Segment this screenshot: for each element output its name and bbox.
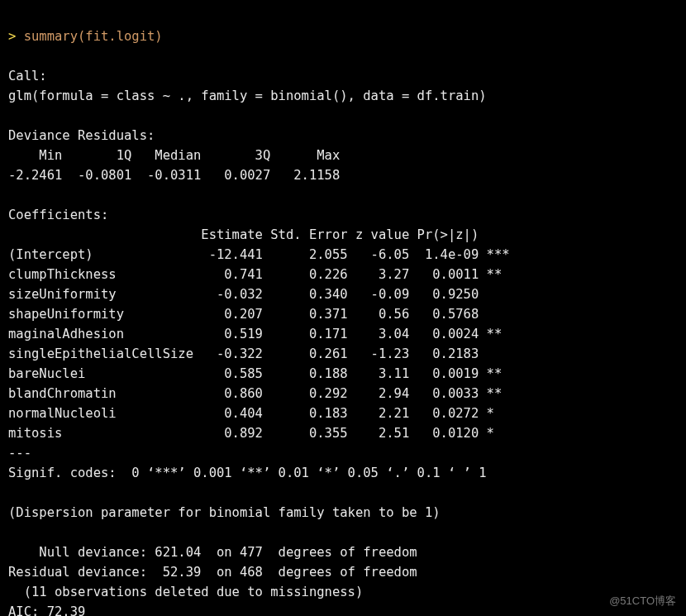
missingness-note: (11 observations deleted due to missingn… (8, 585, 363, 599)
call-formula: glm(formula = class ~ ., family = binomi… (8, 88, 487, 103)
coef-row-clump: clumpThickness 0.741 0.226 3.27 0.0011 *… (8, 267, 510, 282)
null-deviance: Null deviance: 621.04 on 477 degrees of … (8, 545, 417, 560)
coef-row-adhesion: maginalAdhesion 0.519 0.171 3.04 0.0024 … (8, 327, 510, 341)
prompt-symbol: > (8, 29, 16, 44)
call-header: Call: (8, 69, 47, 84)
coef-row-shapeunif: shapeUniformity 0.207 0.371 0.56 0.5768 (8, 307, 510, 322)
coef-row-barenuclei: bareNuclei 0.585 0.188 3.11 0.0019 ** (8, 366, 510, 381)
dev-res-header: Deviance Residuals: (8, 128, 163, 143)
coef-row-intercept: (Intercept) -12.441 2.055 -6.05 1.4e-09 … (8, 247, 510, 262)
dispersion-line: (Dispersion parameter for binomial famil… (8, 505, 441, 520)
coef-header: Coefficients: (8, 208, 108, 222)
dev-res-values: -2.2461 -0.0801 -0.0311 0.0027 2.1158 (8, 168, 355, 183)
coef-row-chromatin: blandChromatin 0.860 0.292 2.94 0.0033 *… (8, 386, 510, 401)
coef-col-headers: Estimate Std. Error z value Pr(>|z|) (8, 227, 510, 242)
command-text: summary(fit.logit) (24, 29, 163, 44)
coef-row-epithelial: singleEpithelialCellSize -0.322 0.261 -1… (8, 346, 510, 361)
coef-row-sizeunif: sizeUniformity -0.032 0.340 -0.09 0.9250 (8, 287, 510, 302)
residual-deviance: Residual deviance: 52.39 on 468 degrees … (8, 565, 417, 580)
coef-row-mitosis: mitosis 0.892 0.355 2.51 0.0120 * (8, 426, 510, 441)
signif-codes: Signif. codes: 0 ‘***’ 0.001 ‘**’ 0.01 ‘… (8, 466, 487, 480)
watermark-text: @51CTO博客 (609, 593, 676, 609)
signif-sep: --- (8, 446, 31, 461)
dev-res-labels: Min 1Q Median 3Q Max (8, 148, 355, 163)
coef-row-nucleoli: normalNucleoli 0.404 0.183 2.21 0.0272 * (8, 406, 510, 421)
aic-line: AIC: 72.39 (8, 604, 85, 616)
